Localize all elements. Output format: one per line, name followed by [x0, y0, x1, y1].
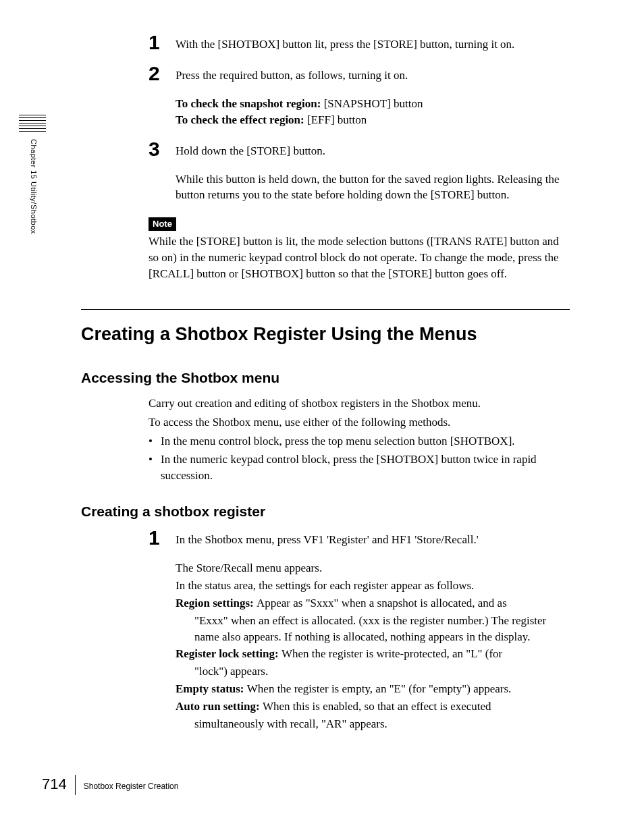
definition-region-settings: Region settings: Appear as "Sxxx" when a… — [176, 595, 570, 611]
section2-step-1: 1 In the Shotbox menu, press VF1 'Regist… — [149, 529, 570, 548]
step-number: 2 — [149, 63, 176, 84]
def-text: When the register is empty, an "E" (for … — [247, 682, 512, 695]
check-region-block: To check the snapshot region: [SNAPSHOT]… — [176, 96, 570, 128]
tab-lines-icon — [19, 115, 46, 134]
heading-1: Creating a Shotbox Register Using the Me… — [81, 309, 570, 348]
step-number: 1 — [149, 528, 176, 548]
paragraph: To access the Shotbox menu, use either o… — [149, 414, 570, 431]
page-content: 1 With the [SHOTBOX] button lit, press t… — [0, 0, 644, 760]
check-line: To check the snapshot region: [SNAPSHOT]… — [176, 96, 570, 112]
def-text: When this is enabled, so that an effect … — [263, 700, 491, 713]
step-text: In the Shotbox menu, press VF1 'Register… — [176, 529, 570, 548]
note-block: Note While the [STORE] button is lit, th… — [149, 215, 570, 282]
note-text: While the [STORE] button is lit, the mod… — [149, 234, 570, 281]
check-label: To check the snapshot region: — [176, 97, 324, 110]
paragraph: In the status area, the settings for eac… — [176, 578, 570, 594]
definition-register-lock: Register lock setting: When the register… — [176, 646, 570, 662]
step-text: Press the required button, as follows, t… — [176, 65, 570, 84]
check-line: To check the effect region: [EFF] button — [176, 112, 570, 128]
check-value: [EFF] button — [307, 113, 367, 126]
def-label: Empty status: — [176, 682, 247, 695]
step-text: With the [SHOTBOX] button lit, press the… — [176, 34, 570, 53]
bullet-item: • In the menu control block, press the t… — [149, 433, 570, 449]
def-label: Register lock setting: — [176, 647, 281, 660]
step-number: 3 — [149, 139, 176, 159]
check-label: To check the effect region: — [176, 113, 307, 126]
def-continuation: "Exxx" when an effect is allocated. (xxx… — [194, 613, 570, 645]
check-value: [SNAPSHOT] button — [324, 97, 423, 110]
step-2: 2 Press the required button, as follows,… — [149, 65, 570, 84]
definition-empty-status: Empty status: When the register is empty… — [176, 681, 570, 697]
chapter-label: Chapter 15 Utility/Shotbox — [28, 139, 38, 234]
def-continuation: "lock") appears. — [194, 663, 570, 680]
side-tab: Chapter 15 Utility/Shotbox — [19, 115, 46, 234]
footer-divider — [75, 775, 76, 795]
def-text: When the register is write-protected, an… — [281, 647, 502, 660]
bullet-text: In the menu control block, press the top… — [161, 435, 515, 447]
bullet-item: • In the numeric keypad control block, p… — [149, 452, 570, 484]
step-1: 1 With the [SHOTBOX] button lit, press t… — [149, 34, 570, 53]
def-text: Appear as "Sxxx" when a snapshot is allo… — [257, 597, 507, 609]
paragraph: The Store/Recall menu appears. — [176, 560, 570, 576]
heading-2-accessing: Accessing the Shotbox menu — [81, 368, 570, 387]
step-text: Hold down the [STORE] button. — [176, 140, 570, 159]
definition-auto-run: Auto run setting: When this is enabled, … — [176, 699, 570, 715]
footer-title: Shotbox Register Creation — [84, 777, 179, 792]
step-3: 3 Hold down the [STORE] button. — [149, 140, 570, 159]
page-footer: 714 Shotbox Register Creation — [42, 774, 178, 795]
page-number: 714 — [42, 774, 75, 795]
bullet-text: In the numeric keypad control block, pre… — [161, 453, 537, 482]
paragraph: Carry out creation and editing of shotbo… — [149, 396, 570, 412]
heading-2-creating: Creating a shotbox register — [81, 501, 570, 521]
note-label: Note — [149, 217, 176, 231]
step-3-after: While this button is held down, the butt… — [176, 171, 570, 204]
def-continuation: simultaneously with recall, "AR" appears… — [194, 716, 570, 732]
def-label: Region settings: — [176, 597, 257, 609]
step-number: 1 — [149, 32, 176, 53]
def-label: Auto run setting: — [176, 700, 263, 713]
